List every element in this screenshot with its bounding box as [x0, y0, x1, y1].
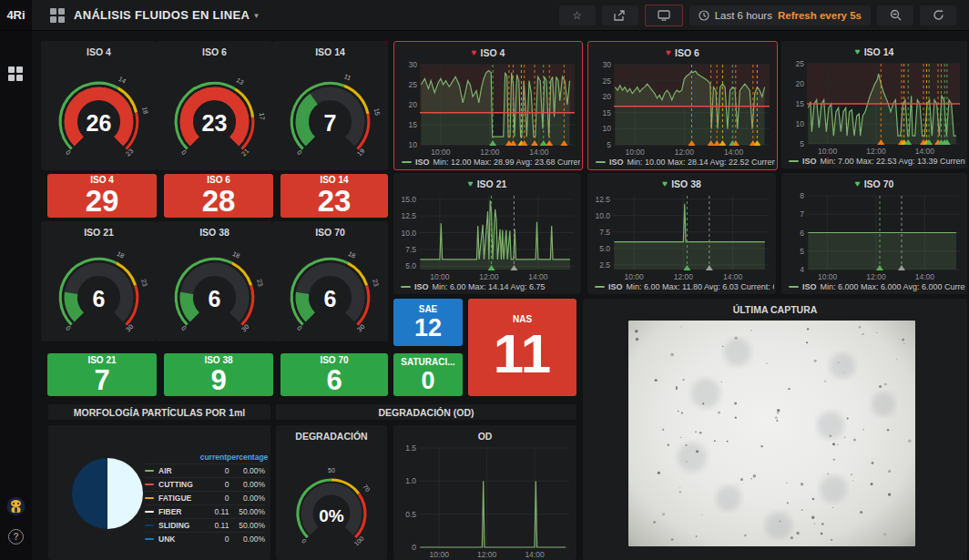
row-header-degradacion[interactable]: DEGRADACIÓN (OD)	[276, 404, 576, 420]
iso70-chart[interactable]: 4567810:0012:0014:00	[783, 192, 965, 280]
stat-sae[interactable]: SAE 12	[393, 299, 463, 346]
svg-text:10: 10	[409, 140, 418, 149]
morphology-pie-chart[interactable]	[70, 456, 145, 531]
panel-chart-iso38: ♥ISO 38 2.55.07.510.012.510:0012:0014:00…	[587, 173, 776, 294]
panel-gauge-iso70: ISO 70 01823306	[272, 221, 388, 341]
mascot-icon[interactable]	[6, 496, 26, 520]
stat-nas[interactable]: NAS 11	[468, 299, 576, 396]
stat-saturacion[interactable]: SATURACI... 0	[393, 353, 463, 396]
chart-legend[interactable]: ISOMin: 7.00 Max: 22.53 Avg: 13.39 Curre…	[789, 156, 965, 167]
svg-text:14:00: 14:00	[529, 148, 549, 156]
svg-text:10:00: 10:00	[625, 148, 645, 156]
chart-legend[interactable]: ISOMin: 10.00 Max: 28.14 Avg: 22.52 Curr…	[596, 157, 775, 168]
dashboard-grid-icon[interactable]	[50, 8, 65, 23]
pie-legend-row[interactable]: UNK00.00%	[145, 532, 265, 545]
star-icon: ☆	[572, 9, 582, 22]
series-swatch	[145, 538, 154, 540]
pie-legend-table[interactable]: currentpercentage AIR00.00% CUTTING00.00…	[145, 453, 265, 545]
stat-iso70[interactable]: ISO 70 6	[280, 353, 388, 396]
svg-text:6: 6	[800, 229, 804, 238]
stat-iso4[interactable]: ISO 4 29	[47, 174, 157, 218]
left-sidebar: ?	[0, 30, 32, 560]
tv-mode-button[interactable]	[645, 5, 683, 26]
iso70-gauge: 01823306	[272, 237, 388, 341]
svg-text:7: 7	[800, 209, 804, 219]
svg-text:23: 23	[255, 278, 265, 287]
stat-iso14[interactable]: ISO 14 23	[280, 174, 388, 218]
help-button[interactable]: ?	[8, 529, 24, 545]
pie-legend-row[interactable]: FATIGUE00.00%	[145, 491, 265, 504]
star-button[interactable]: ☆	[559, 5, 596, 25]
chart-legend[interactable]: ISOMin: 6.000 Max: 6.000 Avg: 6.000 Curr…	[789, 281, 965, 292]
zoom-out-button[interactable]	[877, 5, 913, 25]
svg-text:15: 15	[796, 99, 805, 108]
stat-value: 0	[421, 368, 434, 393]
pie-legend-row[interactable]: FIBER0.1150.00%	[145, 504, 265, 518]
panel-title[interactable]: ♥ISO 6	[588, 42, 777, 60]
iso14-chart[interactable]: 51015202510:0012:0014:00	[783, 60, 965, 155]
svg-text:7: 7	[324, 110, 337, 136]
legend-series-dash	[401, 286, 411, 288]
chart-legend[interactable]: ISOMin: 12.00 Max: 28.99 Avg: 23.68 Curr…	[402, 157, 580, 168]
stat-value: 9	[210, 366, 226, 396]
refresh-button[interactable]	[920, 5, 956, 25]
stat-value: 7	[94, 366, 109, 396]
svg-text:15.0: 15.0	[401, 195, 416, 204]
pie-legend-row[interactable]: CUTTING00.00%	[145, 477, 265, 491]
od-chart[interactable]: 00.51.01.510:0012:0014:00	[395, 444, 575, 558]
svg-text:30: 30	[409, 61, 418, 69]
svg-text:10: 10	[796, 119, 805, 128]
pie-legend-row[interactable]: SLIDING0.1150.00%	[145, 518, 265, 532]
org-logo[interactable]: 4Ri	[0, 0, 32, 30]
clock-icon	[699, 10, 709, 21]
panel-title[interactable]: ♥ISO 21	[393, 173, 581, 191]
panel-title[interactable]: ♥ISO 4	[394, 42, 582, 60]
svg-text:25: 25	[603, 76, 612, 86]
share-button[interactable]	[602, 5, 638, 25]
sidebar-dashboards-icon[interactable]	[8, 66, 23, 81]
panel-title[interactable]: ♥ISO 70	[781, 173, 967, 191]
dashboard-title[interactable]: ANÁLISIS FLUIDOS EN LINEA	[74, 8, 250, 22]
svg-text:12:00: 12:00	[866, 272, 886, 280]
iso21-chart[interactable]: 5.07.510.012.515.010:0012:0014:00	[395, 192, 579, 280]
iso38-chart[interactable]: 2.55.07.510.012.510:0012:0014:00	[589, 192, 774, 280]
chart-legend[interactable]: ISOMin: 6.00 Max: 14.14 Avg: 6.75	[401, 281, 579, 292]
svg-text:14:00: 14:00	[915, 272, 935, 280]
panel-ultima-captura: ÚLTIMA CAPTURA	[583, 299, 967, 560]
stat-iso38[interactable]: ISO 38 9	[164, 353, 273, 396]
refresh-interval-label: Refresh every 5s	[778, 10, 862, 21]
iso4-chart[interactable]: 101520253010:0012:0014:00	[396, 61, 580, 156]
chevron-down-icon[interactable]: ▾	[254, 11, 259, 20]
panel-title[interactable]: ♥ISO 14	[781, 41, 967, 59]
panel-title[interactable]: ♥ISO 38	[587, 173, 776, 191]
row-header-morfologia[interactable]: MORFOLOGÍA PARTÍCULAS POR 1ml	[48, 404, 270, 420]
panel-title[interactable]: OD	[393, 425, 576, 443]
svg-text:26: 26	[87, 110, 112, 136]
panel-title[interactable]: ÚLTIMA CAPTURA	[583, 299, 967, 317]
panel-chart-iso70: ♥ISO 70 4567810:0012:0014:00 ISOMin: 6.0…	[781, 173, 967, 294]
panel-chart-od: OD 00.51.01.510:0012:0014:00	[393, 425, 576, 560]
svg-text:18: 18	[231, 249, 241, 260]
chart-legend[interactable]: ISOMin: 6.00 Max: 11.80 Avg: 6.03 Curren…	[595, 281, 774, 292]
svg-text:5.0: 5.0	[599, 244, 610, 253]
stat-iso21[interactable]: ISO 21 7	[47, 353, 157, 396]
svg-text:14:00: 14:00	[528, 272, 548, 280]
panel-title[interactable]: DEGRADACIÓN	[276, 425, 387, 443]
svg-text:12:00: 12:00	[866, 147, 886, 155]
svg-text:12:00: 12:00	[479, 272, 499, 280]
panel-gauge-iso38: ISO 38 01823306	[157, 221, 272, 341]
iso38-gauge: 01823306	[157, 237, 272, 341]
time-picker[interactable]: Last 6 hours Refresh every 5s	[689, 5, 871, 25]
svg-text:25: 25	[409, 80, 418, 89]
svg-text:0.5: 0.5	[405, 510, 416, 519]
stat-iso6[interactable]: ISO 6 28	[164, 174, 273, 218]
svg-text:12:00: 12:00	[674, 272, 694, 280]
iso6-chart[interactable]: 5101520253010:0012:0014:00	[590, 61, 775, 156]
svg-text:18: 18	[140, 106, 150, 115]
pie-legend-row[interactable]: AIR00.00%	[145, 463, 265, 477]
svg-text:0: 0	[179, 323, 188, 331]
svg-text:18: 18	[116, 249, 126, 260]
stat-value: 6	[326, 366, 342, 396]
svg-text:25: 25	[796, 60, 805, 68]
svg-text:23: 23	[202, 110, 228, 136]
